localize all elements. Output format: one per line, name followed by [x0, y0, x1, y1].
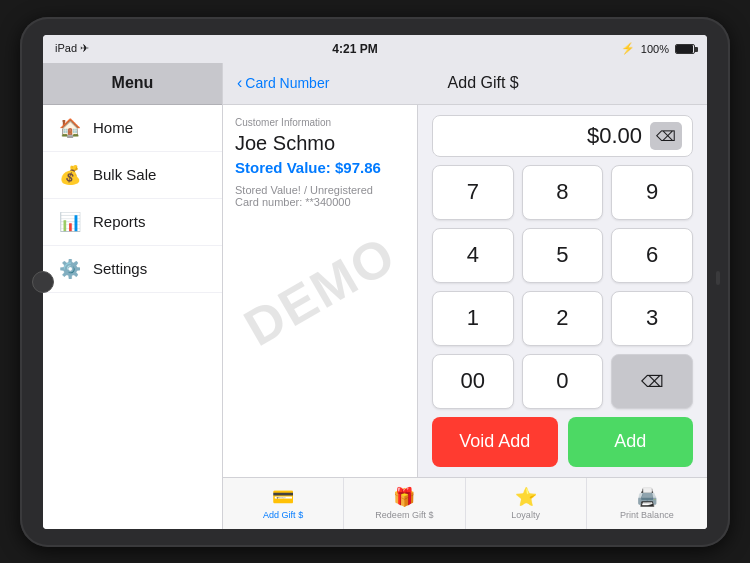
back-button[interactable]: ‹ Card Number [237, 74, 329, 92]
sidebar-item-home[interactable]: 🏠 Home [43, 105, 222, 152]
backspace-button[interactable]: ⌫ [650, 122, 682, 150]
customer-info-label: Customer Information [235, 117, 405, 128]
amount-value: $0.00 [443, 123, 642, 149]
status-time: 4:21 PM [332, 42, 377, 56]
sidebar-item-settings-label: Settings [93, 260, 147, 277]
ipad-label: iPad ✈ [55, 42, 89, 55]
tab-add-gift[interactable]: 💳 Add Gift $ [223, 478, 344, 529]
screen: iPad ✈ 4:21 PM ⚡ 100% Menu 🏠 Home [43, 35, 707, 529]
main-area: Menu 🏠 Home 💰 Bulk Sale 📊 Reports ⚙️ Set… [43, 63, 707, 529]
bluetooth-icon: ⚡ [621, 42, 635, 55]
sidebar-item-bulk-sale[interactable]: 💰 Bulk Sale [43, 152, 222, 199]
status-bar: iPad ✈ 4:21 PM ⚡ 100% [43, 35, 707, 63]
num-btn-5[interactable]: 5 [522, 228, 604, 283]
customer-name: Joe Schmo [235, 132, 405, 155]
content-body: DEMO Customer Information Joe Schmo Stor… [223, 105, 707, 477]
num-btn-00[interactable]: 00 [432, 354, 514, 409]
settings-icon: ⚙️ [59, 258, 81, 280]
home-button[interactable] [32, 271, 54, 293]
add-gift-icon: 💳 [272, 486, 294, 508]
ipad-frame: iPad ✈ 4:21 PM ⚡ 100% Menu 🏠 Home [20, 17, 730, 547]
num-btn-4[interactable]: 4 [432, 228, 514, 283]
tab-loyalty[interactable]: ⭐ Loyalty [466, 478, 587, 529]
sidebar-item-reports-label: Reports [93, 213, 146, 230]
redeem-gift-icon: 🎁 [393, 486, 415, 508]
numpad-backspace-button[interactable]: ⌫ [611, 354, 693, 409]
content-area: ‹ Card Number Add Gift $ DEMO Customer I… [223, 63, 707, 529]
demo-watermark: DEMO [234, 224, 406, 358]
status-right: ⚡ 100% [621, 42, 695, 55]
sidebar-item-home-label: Home [93, 119, 133, 136]
num-btn-7[interactable]: 7 [432, 165, 514, 220]
page-title: Add Gift $ [333, 74, 633, 92]
status-left: iPad ✈ [55, 42, 89, 55]
sidebar-item-reports[interactable]: 📊 Reports [43, 199, 222, 246]
numpad-panel: $0.00 ⌫ 7 8 9 4 5 6 1 2 [418, 105, 707, 477]
num-btn-8[interactable]: 8 [522, 165, 604, 220]
back-chevron-icon: ‹ [237, 74, 242, 92]
num-btn-0[interactable]: 0 [522, 354, 604, 409]
back-label: Card Number [245, 75, 329, 91]
tab-redeem-gift-label: Redeem Gift $ [375, 510, 433, 520]
amount-display: $0.00 ⌫ [432, 115, 693, 157]
tab-loyalty-label: Loyalty [511, 510, 540, 520]
print-balance-icon: 🖨️ [636, 486, 658, 508]
num-btn-6[interactable]: 6 [611, 228, 693, 283]
stored-value: Stored Value: $97.86 [235, 159, 405, 176]
sidebar: Menu 🏠 Home 💰 Bulk Sale 📊 Reports ⚙️ Set… [43, 63, 223, 529]
sidebar-item-settings[interactable]: ⚙️ Settings [43, 246, 222, 293]
battery-fill [676, 45, 693, 53]
bulk-sale-icon: 💰 [59, 164, 81, 186]
side-button[interactable] [716, 271, 720, 285]
sidebar-header: Menu [43, 63, 222, 105]
card-type: Stored Value! / Unregistered [235, 184, 405, 196]
reports-icon: 📊 [59, 211, 81, 233]
add-button[interactable]: Add [568, 417, 694, 467]
customer-panel: DEMO Customer Information Joe Schmo Stor… [223, 105, 418, 477]
tab-redeem-gift[interactable]: 🎁 Redeem Gift $ [344, 478, 465, 529]
card-number: Card number: **340000 [235, 196, 405, 208]
home-icon: 🏠 [59, 117, 81, 139]
num-btn-2[interactable]: 2 [522, 291, 604, 346]
battery-icon [675, 44, 695, 54]
tab-print-balance[interactable]: 🖨️ Print Balance [587, 478, 707, 529]
tab-add-gift-label: Add Gift $ [263, 510, 303, 520]
sidebar-item-bulk-sale-label: Bulk Sale [93, 166, 156, 183]
num-btn-3[interactable]: 3 [611, 291, 693, 346]
num-btn-1[interactable]: 1 [432, 291, 514, 346]
void-add-button[interactable]: Void Add [432, 417, 558, 467]
numpad-grid: 7 8 9 4 5 6 1 2 3 00 0 ⌫ [432, 165, 693, 409]
num-btn-9[interactable]: 9 [611, 165, 693, 220]
battery-label: 100% [641, 43, 669, 55]
action-buttons: Void Add Add [432, 417, 693, 467]
loyalty-icon: ⭐ [515, 486, 537, 508]
tab-print-balance-label: Print Balance [620, 510, 674, 520]
tab-bar: 💳 Add Gift $ 🎁 Redeem Gift $ ⭐ Loyalty 🖨… [223, 477, 707, 529]
content-header: ‹ Card Number Add Gift $ [223, 63, 707, 105]
